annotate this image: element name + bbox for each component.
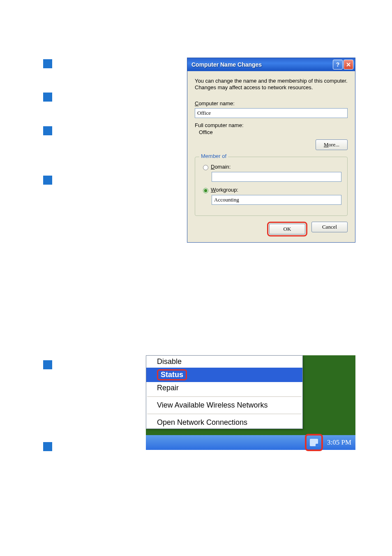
bullet-icon (43, 442, 52, 451)
ok-highlight: OK (267, 222, 307, 236)
domain-input[interactable] (212, 172, 341, 182)
bullet-icon (43, 176, 52, 185)
ctx-open-connections[interactable]: Open Network Connections (146, 417, 302, 429)
network-tray-highlight (305, 434, 323, 451)
member-of-legend: Member of (199, 153, 228, 159)
bullet-icon (43, 126, 52, 135)
full-computer-name-label: Full computer name: (195, 122, 348, 128)
systray-area: Disable Status Repair View Available Wir… (146, 355, 355, 450)
ctx-separator (147, 414, 302, 414)
ctx-disable[interactable]: Disable (146, 356, 302, 368)
taskbar: 3:05 PM (146, 435, 355, 450)
close-icon (346, 62, 351, 67)
computer-name-changes-dialog: Computer Name Changes ? You can change t… (187, 58, 355, 243)
taskbar-clock: 3:05 PM (327, 438, 351, 447)
bullet-icon (43, 93, 52, 102)
domain-label: Domain: (211, 164, 231, 170)
ctx-view-wireless[interactable]: View Available Wireless Networks (146, 399, 302, 411)
workgroup-radio[interactable] (203, 188, 208, 193)
ctx-status[interactable]: Status (146, 368, 302, 382)
full-computer-name-value: Office (199, 129, 348, 135)
workgroup-input[interactable] (212, 195, 341, 205)
network-context-menu: Disable Status Repair View Available Wir… (146, 355, 303, 429)
bullet-icon (43, 360, 52, 369)
computer-name-input[interactable] (195, 108, 348, 118)
cancel-button[interactable]: Cancel (311, 222, 348, 232)
close-button[interactable] (344, 60, 353, 70)
ctx-separator (147, 396, 302, 397)
status-highlight: Status (157, 369, 187, 380)
ctx-repair[interactable]: Repair (146, 382, 302, 394)
network-tray-icon[interactable] (310, 439, 318, 446)
bullet-icon (43, 59, 52, 68)
member-of-group: Member of Domain: Workgroup: (195, 157, 348, 216)
help-button[interactable]: ? (333, 60, 343, 70)
ok-button[interactable]: OK (269, 224, 305, 234)
dialog-description: You can change the name and the membersh… (195, 78, 348, 91)
dialog-titlebar[interactable]: Computer Name Changes ? (187, 58, 355, 71)
workgroup-label: Workgroup: (211, 187, 238, 193)
domain-radio[interactable] (203, 165, 208, 170)
more-button[interactable]: More... (316, 139, 348, 150)
computer-name-label: Computer name: (195, 100, 348, 107)
dialog-title: Computer Name Changes (191, 61, 332, 68)
